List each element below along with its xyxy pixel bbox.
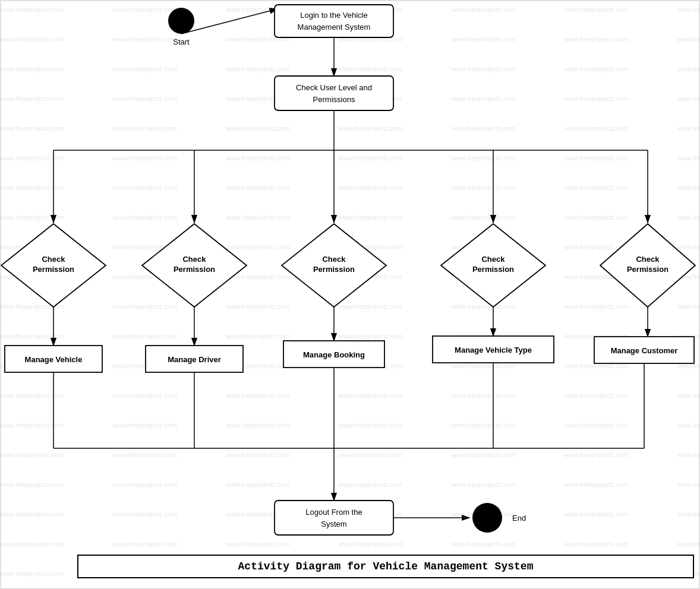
login-label-line1: Login to the Vehicle	[300, 11, 367, 20]
diamond3-label2: Permission	[313, 265, 355, 274]
logout-label-line1: Logout From the	[305, 508, 362, 517]
diamond3-label1: Check	[322, 255, 346, 264]
diamond5-label2: Permission	[627, 265, 669, 274]
check-user-level-node	[275, 76, 393, 110]
manage-booking-label: Manage Booking	[303, 350, 365, 359]
diamond2-label2: Permission	[174, 265, 215, 274]
manage-customer-label: Manage Customer	[611, 346, 678, 355]
diagram-title-text: Activity Diagram for Vehicle Management …	[238, 560, 534, 572]
diamond1-label1: Check	[42, 255, 65, 264]
start-node	[168, 8, 194, 34]
login-node	[275, 5, 393, 37]
manage-vehicle-type-label: Manage Vehicle Type	[455, 346, 532, 354]
login-label-line2: Management System	[298, 23, 371, 31]
diamond4-label1: Check	[481, 255, 505, 264]
manage-driver-label: Manage Driver	[168, 355, 221, 364]
diamond5-label1: Check	[636, 255, 660, 264]
logout-node	[275, 501, 393, 535]
activity-diagram-svg: Start Login to the Vehicle Management Sy…	[0, 0, 700, 589]
end-node	[472, 503, 502, 533]
diagram-container: (function(){ const wc = document.querySe…	[0, 0, 700, 589]
diagram-title-box: Activity Diagram for Vehicle Management …	[77, 555, 694, 578]
diamond4-label2: Permission	[472, 265, 514, 274]
logout-label-line2: System	[321, 520, 346, 528]
end-label: End	[512, 514, 526, 522]
manage-vehicle-label: Manage Vehicle	[25, 355, 83, 364]
check-user-label-line2: Permissions	[313, 95, 355, 104]
check-user-label-line1: Check User Level and	[296, 83, 372, 92]
diamond1-label2: Permission	[33, 265, 74, 274]
diamond2-label1: Check	[182, 255, 206, 264]
arrow-start-login	[181, 9, 278, 34]
start-label: Start	[173, 37, 190, 46]
